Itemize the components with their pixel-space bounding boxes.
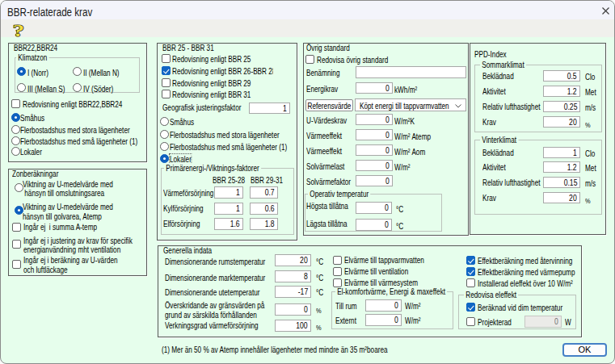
svg-text:?: ? [13, 23, 24, 40]
